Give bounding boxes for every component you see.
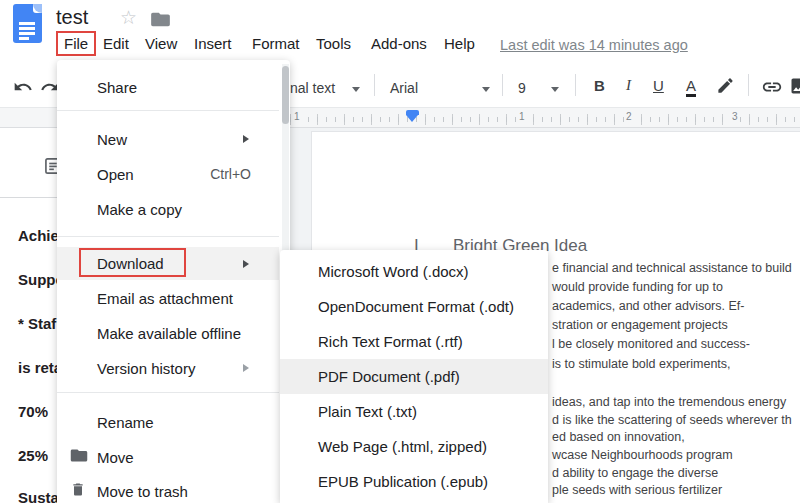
document-title[interactable]: test (56, 6, 88, 29)
menu-divider (57, 392, 279, 393)
outline-fragment: 25% (18, 447, 48, 464)
document-text-line: would provide funding for up to (552, 280, 723, 294)
submenu-item-pdf[interactable]: PDF Document (.pdf) (280, 359, 548, 394)
folder-icon (70, 448, 88, 466)
last-edit-link[interactable]: Last edit was 14 minutes ago (500, 37, 688, 53)
file-menu-item-email-as-attachment[interactable]: Email as attachment (57, 283, 279, 313)
trash-icon (70, 481, 86, 501)
app-header: test ☆ File Edit View Insert Format Tool… (0, 0, 800, 57)
font-size-dropdown[interactable]: 9 (518, 80, 526, 96)
ruler-number: 1 (517, 111, 527, 122)
download-submenu: Microsoft Word (.docx) OpenDocument Form… (280, 250, 548, 503)
move-folder-icon[interactable] (150, 11, 171, 32)
menu-format[interactable]: Format (252, 35, 300, 52)
ruler-number: 1 (292, 111, 302, 122)
menu-addons[interactable]: Add-ons (371, 35, 427, 52)
chevron-down-icon[interactable] (551, 87, 559, 92)
submenu-item-odt[interactable]: OpenDocument Format (.odt) (280, 289, 548, 324)
document-text-line: l be closely monitored and success- (552, 337, 750, 351)
toolbar-divider (502, 74, 503, 96)
submenu-item-epub[interactable]: EPUB Publication (.epub) (280, 464, 548, 499)
file-menu-item-make-available-offline[interactable]: Make available offline (57, 318, 279, 348)
document-text-line: stration or engagement projects (552, 318, 728, 332)
ruler-minor-ticks (290, 117, 800, 122)
menu-insert[interactable]: Insert (194, 35, 232, 52)
outline-panel-divider (0, 197, 57, 198)
first-line-indent-marker[interactable] (406, 115, 418, 122)
submenu-item-txt[interactable]: Plain Text (.txt) (280, 394, 548, 429)
submenu-item-rtf[interactable]: Rich Text Format (.rtf) (280, 324, 548, 359)
file-menu-item-version-history[interactable]: Version history (57, 353, 279, 383)
document-text-line: e financial and technical assistance to … (552, 261, 792, 275)
italic-button[interactable]: I (626, 77, 631, 94)
menu-file[interactable]: File (56, 31, 96, 56)
file-menu-item-make-a-copy[interactable]: Make a copy (57, 194, 279, 224)
text-color-button[interactable]: A (686, 77, 696, 97)
document-text-line: d ability to engage the diverse (552, 466, 718, 480)
toolbar-divider (575, 74, 576, 96)
undo-icon[interactable] (13, 77, 33, 101)
file-menu-item-open[interactable]: Open Ctrl+O (57, 159, 279, 189)
outline-fragment: 70% (18, 403, 48, 420)
menu-divider (57, 110, 279, 111)
insert-link-icon[interactable] (761, 76, 783, 102)
star-icon[interactable]: ☆ (120, 7, 137, 29)
download-annotation-box (79, 248, 186, 277)
submenu-arrow-icon (243, 135, 249, 143)
document-text-line: wcase Neighbourhoods program (552, 448, 733, 462)
document-text-line: academics, and other advisors. Ef- (552, 299, 744, 313)
outline-fragment: Achie (18, 227, 59, 244)
submenu-arrow-icon (243, 364, 249, 372)
toolbar-divider (748, 74, 749, 96)
chevron-down-icon[interactable] (482, 87, 490, 92)
outline-fragment: is reta (18, 359, 62, 376)
menu-tools[interactable]: Tools (316, 35, 351, 52)
ruler-number: 3 (730, 111, 740, 122)
document-text-line: ed based on innovation, (552, 430, 685, 444)
document-text-line: ple seeds with serious fertilizer (552, 483, 722, 497)
menu-edit[interactable]: Edit (103, 35, 129, 52)
menu-view[interactable]: View (145, 35, 177, 52)
shortcut-label: Ctrl+O (210, 166, 251, 182)
document-text-line: is to stimulate bold experiments, (552, 357, 731, 371)
menu-divider (57, 236, 279, 237)
menu-scrollbar-thumb[interactable] (282, 66, 289, 124)
file-menu-dropdown: Share New Open Ctrl+O Make a copy Downlo… (57, 60, 290, 503)
outline-fragment: * Staf (18, 315, 56, 332)
ruler-number: 2 (624, 111, 634, 122)
submenu-item-docx[interactable]: Microsoft Word (.docx) (280, 254, 548, 289)
toolbar-divider (374, 74, 375, 96)
submenu-arrow-icon (243, 260, 249, 268)
google-docs-logo-icon[interactable] (13, 4, 42, 43)
outline-fragment: Susta (18, 489, 59, 503)
chevron-down-icon[interactable] (352, 87, 360, 92)
file-menu-item-share[interactable]: Share (57, 72, 279, 102)
file-menu-item-move-to-trash[interactable]: Move to trash (57, 476, 279, 503)
underline-button[interactable]: U (653, 77, 664, 94)
bold-button[interactable]: B (594, 77, 605, 94)
document-text-line: ideas, and tap into the tremendous energ… (552, 395, 786, 409)
document-text-line: d is like the scattering of seeds wherev… (552, 413, 792, 427)
paragraph-style-dropdown[interactable]: nal text (290, 80, 335, 96)
menu-help[interactable]: Help (444, 35, 475, 52)
highlight-color-icon[interactable] (716, 76, 735, 99)
file-menu-item-move[interactable]: Move (57, 442, 279, 472)
submenu-item-html[interactable]: Web Page (.html, zipped) (280, 429, 548, 464)
file-menu-item-new[interactable]: New (57, 124, 279, 154)
file-menu-item-rename[interactable]: Rename (57, 407, 279, 437)
insert-image-icon[interactable] (789, 76, 800, 100)
font-family-dropdown[interactable]: Arial (390, 80, 418, 96)
